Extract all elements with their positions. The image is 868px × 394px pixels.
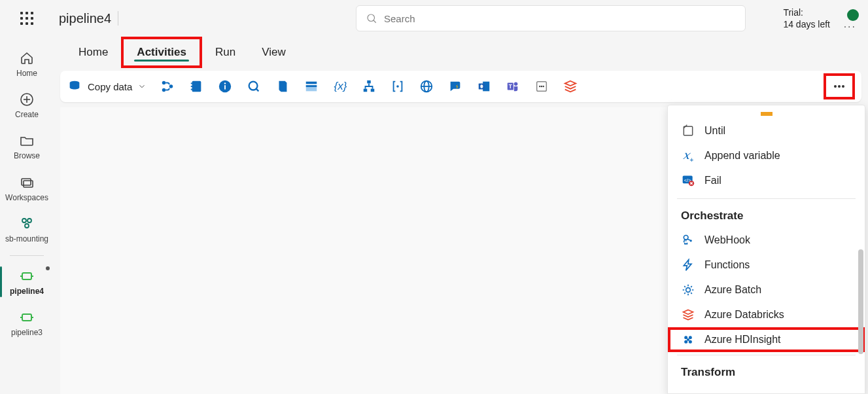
svg-rect-29 xyxy=(306,82,317,84)
activity-azure-databricks[interactable]: Azure Databricks xyxy=(668,302,865,327)
magnifier-icon[interactable] xyxy=(246,79,262,94)
teams-icon[interactable]: T xyxy=(505,79,521,94)
search-input[interactable] xyxy=(356,5,746,31)
info-icon[interactable] xyxy=(217,79,233,94)
tab-home[interactable]: Home xyxy=(65,39,121,65)
rail-divider xyxy=(10,255,44,256)
folder-icon xyxy=(18,132,35,149)
rail-pipeline-other[interactable]: pipeline3 xyxy=(0,304,54,345)
svg-rect-31 xyxy=(306,85,317,87)
bracket-plus-icon[interactable] xyxy=(390,79,406,94)
activity-azure-batch[interactable]: Azure Batch xyxy=(668,278,865,302)
svg-point-65 xyxy=(689,340,692,344)
workspace-icon xyxy=(18,215,35,232)
activity-azure-hdinsight-label: Azure HDInsight xyxy=(704,334,781,346)
workspaces-icon xyxy=(18,174,35,191)
search-field[interactable] xyxy=(384,13,736,24)
rail-home-label: Home xyxy=(16,69,37,78)
svg-rect-13 xyxy=(22,314,31,321)
svg-point-64 xyxy=(684,340,687,344)
scrollbar-thumb[interactable] xyxy=(858,249,863,354)
svg-point-8 xyxy=(27,219,31,223)
svg-point-7 xyxy=(22,219,26,223)
svg-rect-33 xyxy=(364,89,368,92)
app-launcher-button[interactable] xyxy=(0,0,54,37)
tab-run[interactable]: Run xyxy=(202,39,249,65)
activity-until[interactable]: Until xyxy=(668,118,865,143)
svg-point-49 xyxy=(834,85,837,88)
databricks-icon xyxy=(681,308,695,322)
svg-rect-23 xyxy=(191,89,193,90)
svg-point-47 xyxy=(541,86,542,87)
activity-append-variable[interactable]: 𝑥+ Append variable xyxy=(668,143,865,168)
page-title: pipeline4 xyxy=(59,11,111,26)
globe-icon[interactable] xyxy=(419,79,434,94)
copy-data-button[interactable]: Copy data xyxy=(67,79,147,94)
until-icon xyxy=(681,124,695,138)
activities-dropdown: Until 𝑥+ Append variable </> Fail Orches… xyxy=(667,105,865,394)
rail-create[interactable]: Create xyxy=(0,86,54,127)
functions-icon xyxy=(681,258,695,272)
rail-create-label: Create xyxy=(15,111,39,119)
activity-azure-hdinsight[interactable]: Azure HDInsight xyxy=(668,327,865,352)
dropdown-divider xyxy=(677,198,856,199)
activity-fail-label: Fail xyxy=(704,175,721,187)
sub-nav: Home Activities Run View xyxy=(54,37,868,68)
svg-point-9 xyxy=(25,224,29,228)
rail-workspace-current[interactable]: sb-mounting xyxy=(0,210,54,251)
script-icon[interactable] xyxy=(275,79,290,94)
waffle-icon xyxy=(20,12,33,25)
more-horizontal-icon xyxy=(831,79,847,94)
tab-view[interactable]: View xyxy=(249,39,299,65)
svg-point-58 xyxy=(690,240,692,242)
database-icon xyxy=(67,79,82,94)
header-more-icon[interactable]: ··· xyxy=(844,21,856,33)
branch-icon[interactable] xyxy=(160,79,175,94)
rail-workspaces-label: Workspaces xyxy=(5,194,48,202)
svg-rect-52 xyxy=(761,112,773,116)
svg-point-35 xyxy=(397,85,400,88)
activity-webhook[interactable]: WebHook xyxy=(668,228,865,253)
grid-dots-icon[interactable] xyxy=(534,79,549,94)
toolbar-more-button[interactable] xyxy=(824,73,855,99)
svg-rect-10 xyxy=(22,273,31,279)
pipeline-icon xyxy=(18,309,35,326)
activity-fail[interactable]: </> Fail xyxy=(668,168,865,193)
form-icon[interactable] xyxy=(304,79,319,94)
activity-azure-databricks-label: Azure Databricks xyxy=(704,309,784,321)
rail-home[interactable]: Home xyxy=(0,45,54,86)
activity-until-label: Until xyxy=(704,125,725,137)
activity-webhook-label: WebHook xyxy=(704,234,750,246)
home-icon xyxy=(18,50,35,67)
notebook-icon[interactable] xyxy=(188,79,204,94)
dropdown-divider xyxy=(677,355,856,355)
rail-workspaces[interactable]: Workspaces xyxy=(0,169,54,210)
outlook-icon[interactable] xyxy=(476,79,492,94)
flowchart-icon[interactable] xyxy=(361,79,377,94)
layers-icon[interactable] xyxy=(563,79,578,94)
search-icon xyxy=(366,12,377,24)
svg-point-48 xyxy=(543,86,544,87)
partial-top-icon xyxy=(759,112,774,117)
title-divider xyxy=(118,11,118,26)
svg-rect-22 xyxy=(191,86,193,87)
variable-icon[interactable]: {x} xyxy=(332,79,348,94)
append-variable-icon: 𝑥+ xyxy=(681,149,695,163)
svg-point-46 xyxy=(539,86,540,87)
svg-rect-32 xyxy=(368,81,372,84)
avatar[interactable] xyxy=(847,9,859,21)
rail-browse[interactable]: Browse xyxy=(0,127,54,168)
fail-icon: </> xyxy=(681,173,695,188)
svg-point-63 xyxy=(689,336,692,339)
svg-text:T: T xyxy=(509,84,512,90)
svg-point-62 xyxy=(684,336,687,339)
tab-activities[interactable]: Activities xyxy=(121,37,202,68)
rail-pipeline-active[interactable]: pipeline4 xyxy=(0,262,54,304)
svg-rect-21 xyxy=(191,83,193,84)
activity-functions[interactable]: Functions xyxy=(668,253,865,278)
chat-bolt-icon[interactable] xyxy=(447,79,463,94)
activity-azure-batch-label: Azure Batch xyxy=(704,284,761,296)
webhook-icon xyxy=(681,233,695,247)
svg-point-51 xyxy=(842,85,844,88)
svg-point-50 xyxy=(838,85,841,88)
